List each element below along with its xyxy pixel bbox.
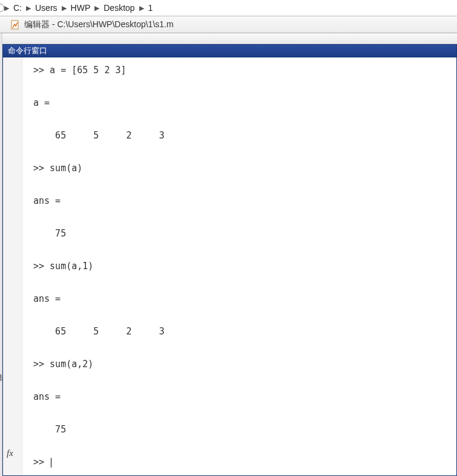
console-line: 65 5 2 3 bbox=[33, 130, 450, 142]
console-line: 75 bbox=[33, 228, 450, 240]
breadcrumb: ▶ C: ▶ Users ▶ HWP ▶ Desktop ▶ 1 bbox=[0, 0, 457, 16]
command-console[interactable]: >> a = [65 5 2 3]a = 65 5 2 3>> sum(a)an… bbox=[22, 57, 456, 475]
breadcrumb-item[interactable]: 1 bbox=[146, 3, 156, 13]
chevron-right-icon[interactable]: ▶ bbox=[60, 4, 68, 12]
console-blank-line bbox=[33, 152, 450, 163]
breadcrumb-item[interactable]: C: bbox=[11, 3, 24, 13]
console-blank-line bbox=[33, 413, 450, 424]
console-blank-line bbox=[33, 119, 450, 130]
breadcrumb-item[interactable]: HWP bbox=[68, 3, 93, 13]
breadcrumb-item[interactable]: Users bbox=[33, 3, 60, 13]
console-blank-line bbox=[33, 184, 450, 195]
console-gutter: fx bbox=[3, 57, 22, 475]
panel-titlebar[interactable]: 命令行窗口 bbox=[2, 44, 457, 57]
panel-title: 命令行窗口 bbox=[8, 45, 47, 56]
console-blank-line bbox=[33, 380, 450, 391]
console-line: >> bbox=[33, 457, 450, 469]
breadcrumb-item[interactable]: Desktop bbox=[101, 3, 137, 13]
console-blank-line bbox=[33, 250, 450, 261]
console-line: >> sum(a,2) bbox=[33, 359, 450, 371]
editor-title: 编辑器 - C:\Users\HWP\Desktop\1\s1.m bbox=[24, 19, 174, 30]
console-line: >> sum(a) bbox=[33, 163, 450, 175]
chevron-right-icon[interactable]: ▶ bbox=[93, 4, 101, 12]
console-blank-line bbox=[33, 86, 450, 97]
console-line: 75 bbox=[33, 424, 450, 436]
console-line: ans = bbox=[33, 391, 450, 403]
tab-shelf bbox=[0, 33, 457, 44]
console-blank-line bbox=[33, 348, 450, 359]
console-blank-line bbox=[33, 446, 450, 457]
panel-body: fx >> a = [65 5 2 3]a = 65 5 2 3>> sum(a… bbox=[2, 57, 457, 476]
console-blank-line bbox=[33, 217, 450, 228]
console-line: ans = bbox=[33, 195, 450, 207]
chevron-right-icon[interactable]: ▶ bbox=[137, 4, 146, 12]
console-line: 65 5 2 3 bbox=[33, 326, 450, 338]
editor-file-icon bbox=[10, 19, 21, 30]
fx-icon[interactable]: fx bbox=[7, 448, 13, 458]
console-line: ans = bbox=[33, 293, 450, 305]
console-line: >> sum(a,1) bbox=[33, 261, 450, 273]
editor-tab-bar: 编辑器 - C:\Users\HWP\Desktop\1\s1.m bbox=[0, 16, 457, 33]
chevron-right-icon[interactable]: ▶ bbox=[24, 4, 33, 12]
command-window-panel: 命令行窗口 fx >> a = [65 5 2 3]a = 65 5 2 3>>… bbox=[2, 44, 457, 476]
console-line: a = bbox=[33, 97, 450, 109]
console-blank-line bbox=[33, 282, 450, 293]
console-line: >> a = [65 5 2 3] bbox=[33, 65, 450, 77]
console-blank-line bbox=[33, 315, 450, 326]
text-cursor bbox=[51, 458, 51, 468]
